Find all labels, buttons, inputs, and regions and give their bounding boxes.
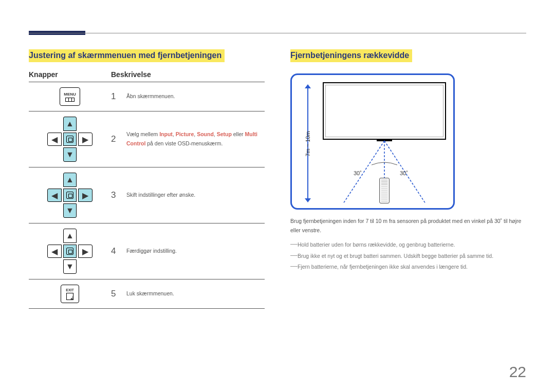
table-row: MENU 1 Åbn skærmmenuen.	[29, 82, 265, 111]
angle-left-label: 30˚	[354, 170, 362, 176]
dpad-left-icon: ◀	[47, 245, 62, 258]
dpad-up-icon: ▲	[63, 173, 77, 187]
angle-right-label: 30˚	[400, 170, 408, 176]
row-number: 5	[111, 289, 126, 299]
row-number: 3	[111, 190, 126, 200]
dpad-up-icon: ▲	[63, 117, 77, 131]
dpad-down-icon: ▼	[63, 147, 77, 162]
dpad-down-icon: ▼	[63, 259, 77, 274]
dpad-left-icon: ◀	[47, 189, 62, 202]
row-number: 1	[111, 91, 126, 102]
table-row: ▲ ▼ ◀ ▶ 4 Færdiggør indstilling.	[29, 223, 265, 279]
signal-cone-icon	[292, 75, 456, 211]
dpad-center-icon	[63, 189, 77, 202]
row-description: Vælg mellem Input, Picture, Sound, Setup…	[126, 130, 265, 148]
dpad-icon: ▲ ▼ ◀ ▶	[47, 229, 92, 274]
row-description: Færdiggør indstilling.	[126, 247, 265, 256]
menu-button-label: MENU	[64, 92, 76, 97]
svg-line-0	[343, 141, 384, 203]
dpad-up-icon: ▲	[63, 229, 77, 243]
menu-button-icon: MENU	[60, 87, 80, 106]
page-number: 22	[509, 363, 526, 381]
row-description: Skift indstillinger efter ønske.	[126, 191, 265, 200]
dpad-icon: ▲ ▼ ◀ ▶	[47, 173, 92, 218]
table-header: Knapper Beskrivelse	[29, 70, 265, 82]
row-description: Åbn skærmmenuen.	[126, 92, 265, 101]
table-row: ▲ ▼ ◀ ▶ 3 Skift indstillinger efter ønsk…	[29, 167, 265, 223]
dpad-right-icon: ▶	[78, 189, 92, 202]
note-item: Hold batterier uden for børns rækkevidde…	[290, 240, 526, 250]
table-row: ▲ ▼ ◀ ▶ 2 Vælg mellem Input, Picture, So…	[29, 111, 265, 167]
remote-control-icon	[379, 178, 390, 203]
row-number: 2	[111, 134, 126, 144]
dpad-right-icon: ▶	[78, 245, 92, 258]
left-column: Justering af skærmmenuen med fjernbetjen…	[29, 49, 265, 309]
range-diagram: 7m ~ 10m 30˚ 30˚	[290, 73, 455, 210]
menu-bars-icon	[65, 98, 75, 102]
exit-arrow-icon	[66, 293, 73, 300]
table-header-buttons: Knapper	[29, 70, 111, 79]
exit-button-icon: EXIT	[61, 285, 79, 303]
row-description: Luk skærmmenuen.	[126, 289, 265, 298]
right-column: Fjernbetjeningens rækkevidde 7m ~ 10m 30…	[290, 49, 526, 309]
table-row: EXIT 5 Luk skærmmenuen.	[29, 279, 265, 309]
dpad-down-icon: ▼	[63, 203, 77, 218]
dpad-center-icon	[63, 133, 77, 146]
header-rule	[29, 33, 526, 33]
row-number: 4	[111, 246, 126, 256]
range-paragraph: Brug fjernbetjeningen inden for 7 til 10…	[290, 217, 526, 235]
dpad-right-icon: ▶	[78, 133, 92, 146]
dpad-icon: ▲ ▼ ◀ ▶	[47, 117, 92, 162]
left-section-heading: Justering af skærmmenuen med fjernbetjen…	[29, 49, 225, 62]
dpad-center-icon	[63, 245, 77, 258]
table-header-description: Beskrivelse	[111, 70, 151, 79]
dpad-left-icon: ◀	[47, 133, 62, 146]
exit-button-label: EXIT	[66, 288, 74, 292]
note-item: Brug ikke et nyt og et brugt batteri sam…	[290, 252, 526, 261]
note-item: Fjern batterierne, når fjernbetjeningen …	[290, 263, 526, 272]
right-section-heading: Fjernbetjeningens rækkevidde	[290, 49, 412, 62]
